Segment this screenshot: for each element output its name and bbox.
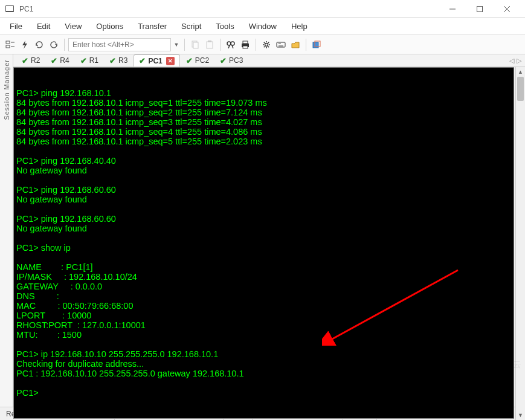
tab-pc1[interactable]: ✔PC1✕	[134, 54, 179, 66]
tab-strip: ✔R2✔R4✔R1✔R3✔PC1✕✔PC2✔PC3 ◁ ▷	[13, 54, 525, 67]
window-controls	[439, 1, 520, 18]
menu-edit[interactable]: Edit	[30, 19, 57, 33]
checkmark-icon: ✔	[220, 56, 227, 65]
tab-r1[interactable]: ✔R1	[76, 55, 103, 66]
tab-r3[interactable]: ✔R3	[105, 55, 132, 66]
checkmark-icon: ✔	[51, 56, 57, 65]
scrollbar-track[interactable]	[516, 77, 525, 410]
tab-label: PC1	[148, 57, 162, 65]
svg-rect-18	[243, 41, 248, 44]
toolbar: ▼	[0, 35, 525, 54]
tab-label: PC3	[229, 56, 243, 65]
toolbar-separator	[256, 39, 256, 51]
tab-left-icon[interactable]: ◁	[509, 57, 514, 65]
svg-rect-3	[477, 6, 482, 11]
tab-r4[interactable]: ✔R4	[46, 55, 74, 66]
tab-label: R3	[118, 56, 127, 65]
menu-window[interactable]: Window	[242, 19, 284, 33]
host-input[interactable]	[68, 38, 171, 51]
checkmark-icon: ✔	[80, 56, 87, 65]
app-icon	[5, 4, 14, 14]
svg-rect-13	[208, 40, 211, 42]
maximize-button[interactable]	[466, 1, 493, 18]
vertical-scrollbar[interactable]: ▲ ▼	[515, 67, 525, 420]
session-manager-icon[interactable]	[4, 38, 17, 51]
scroll-up-icon[interactable]: ▲	[516, 67, 525, 77]
tab-label: R2	[31, 56, 40, 65]
checkmark-icon: ✔	[186, 56, 193, 65]
svg-rect-11	[193, 42, 198, 48]
window-title: PC1	[19, 5, 439, 13]
host-dropdown-icon[interactable]: ▼	[172, 38, 181, 51]
menu-file[interactable]: File	[2, 19, 30, 33]
tab-close-icon[interactable]: ✕	[166, 57, 175, 65]
svg-point-14	[227, 42, 231, 45]
sftp-icon[interactable]	[289, 38, 302, 51]
svg-rect-20	[243, 46, 248, 48]
terminal-output: PC1> ping 192.168.10.1 84 bytes from 192…	[16, 88, 511, 398]
checkmark-icon: ✔	[109, 56, 116, 65]
menu-tools[interactable]: Tools	[208, 19, 241, 33]
scrollbar-thumb[interactable]	[517, 77, 524, 101]
tab-pc3[interactable]: ✔PC3	[215, 55, 248, 66]
menu-options[interactable]: Options	[89, 19, 130, 33]
settings-icon[interactable]	[260, 38, 273, 51]
tab-label: R4	[60, 56, 69, 65]
screenshot-icon[interactable]	[310, 38, 323, 51]
checkmark-icon: ✔	[139, 56, 146, 65]
toolbar-separator	[306, 39, 306, 51]
menu-bar: FileEditViewOptionsTransferScriptToolsWi…	[0, 18, 525, 35]
disconnect-icon[interactable]	[47, 38, 60, 51]
menu-script[interactable]: Script	[174, 19, 208, 33]
menu-transfer[interactable]: Transfer	[130, 19, 174, 33]
svg-rect-7	[6, 45, 10, 48]
minimize-button[interactable]	[439, 1, 466, 18]
tab-right-icon[interactable]: ▷	[517, 57, 521, 65]
session-manager-sidebar[interactable]: Session Manager	[0, 54, 13, 407]
tab-pc2[interactable]: ✔PC2	[181, 55, 214, 66]
tab-label: PC2	[195, 56, 209, 65]
print-icon[interactable]	[239, 38, 252, 51]
svg-point-15	[231, 42, 234, 45]
tab-label: R1	[89, 56, 98, 65]
keyboard-icon[interactable]	[274, 38, 288, 51]
paste-icon[interactable]	[203, 38, 216, 51]
sidebar-label: Session Manager	[3, 59, 10, 120]
tab-r2[interactable]: ✔R2	[17, 55, 45, 66]
terminal-area[interactable]: PC1> ping 192.168.10.1 84 bytes from 192…	[13, 67, 514, 419]
scroll-down-icon[interactable]: ▼	[516, 410, 525, 420]
reconnect-icon[interactable]	[33, 38, 46, 51]
copy-icon[interactable]	[188, 38, 202, 51]
svg-rect-22	[277, 42, 285, 47]
title-bar: PC1	[0, 0, 525, 18]
svg-rect-27	[313, 42, 318, 48]
close-button[interactable]	[493, 1, 520, 18]
svg-point-21	[265, 43, 268, 46]
quick-connect-icon[interactable]	[18, 38, 31, 51]
svg-line-17	[232, 45, 233, 48]
menu-help[interactable]: Help	[284, 19, 315, 33]
main-area: Session Manager ✔R2✔R4✔R1✔R3✔PC1✕✔PC2✔PC…	[0, 54, 525, 407]
find-icon[interactable]	[224, 38, 237, 51]
content-column: ✔R2✔R4✔R1✔R3✔PC1✕✔PC2✔PC3 ◁ ▷ PC1> ping …	[13, 54, 525, 407]
svg-line-16	[228, 45, 230, 48]
toolbar-separator	[220, 39, 221, 51]
toolbar-separator	[64, 39, 65, 51]
svg-rect-1	[6, 6, 13, 11]
tab-scroll-arrows[interactable]: ◁ ▷	[509, 57, 521, 65]
toolbar-separator	[184, 39, 185, 51]
svg-rect-12	[207, 42, 213, 48]
menu-view[interactable]: View	[57, 19, 89, 33]
svg-rect-6	[6, 41, 10, 44]
checkmark-icon: ✔	[22, 56, 28, 65]
